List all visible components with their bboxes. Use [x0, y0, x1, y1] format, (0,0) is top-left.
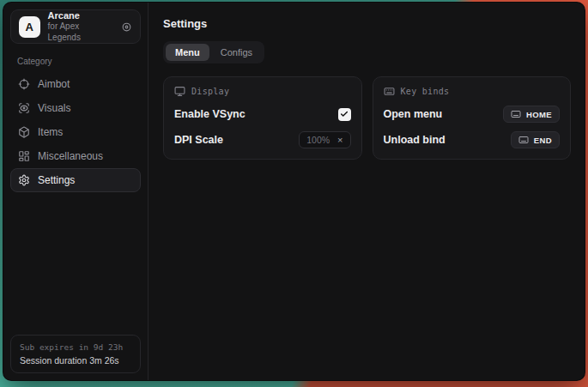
sidebar-item-settings[interactable]: Settings — [10, 168, 141, 192]
sub-expires-text: Sub expires in 9d 23h — [20, 342, 131, 352]
sidebar-item-label: Aimbot — [38, 78, 70, 90]
subscription-card: Sub expires in 9d 23h Session duration 3… — [10, 335, 141, 373]
dpi-scale-input[interactable]: 100% × — [299, 131, 350, 148]
sidebar-item-items[interactable]: Items — [10, 120, 141, 144]
keybinds-card-title: Key binds — [401, 87, 450, 96]
dashboard-icon — [18, 150, 30, 162]
unload-bind-button[interactable]: END — [511, 131, 560, 148]
desktop-background: A Arcane for Apex Legends Category — [0, 0, 588, 387]
sidebar-item-label: Miscellaneous — [38, 150, 103, 162]
tab-menu[interactable]: Menu — [166, 44, 209, 61]
unload-bind-label: Unload bind — [384, 134, 446, 146]
open-menu-row: Open menu HOME — [384, 106, 561, 123]
keyboard-icon — [384, 86, 395, 97]
page-title: Settings — [163, 17, 571, 30]
sidebar-item-label: Settings — [38, 174, 75, 186]
vsync-row: Enable VSync — [174, 106, 351, 123]
tab-strip: Menu Configs — [163, 41, 264, 63]
target-icon[interactable] — [121, 21, 132, 33]
keybinds-card: Key binds Open menu HOME — [373, 76, 572, 160]
vsync-label: Enable VSync — [174, 108, 246, 120]
app-window: A Arcane for Apex Legends Category — [3, 3, 585, 380]
crosshair-icon — [18, 78, 30, 90]
app-logo: A — [19, 16, 40, 38]
dpi-label: DPI Scale — [174, 134, 223, 146]
keyboard-icon — [518, 135, 529, 145]
keyboard-icon — [511, 109, 521, 119]
tab-configs[interactable]: Configs — [211, 44, 262, 61]
sidebar-nav: Aimbot Visuals — [10, 72, 141, 192]
monitor-icon — [174, 86, 185, 97]
unload-bind-row: Unload bind END — [384, 131, 561, 148]
display-card-header: Display — [174, 86, 351, 97]
display-card-title: Display — [191, 87, 229, 96]
app-subtitle: for Apex Legends — [48, 21, 113, 43]
keybinds-card-header: Key binds — [384, 86, 561, 97]
dpi-value: 100% — [306, 135, 330, 145]
sidebar-item-label: Items — [38, 126, 63, 138]
main-content: Settings Menu Configs Display — [149, 3, 585, 380]
vsync-checkbox[interactable] — [338, 108, 351, 121]
open-menu-label: Open menu — [384, 108, 443, 120]
sidebar-item-visuals[interactable]: Visuals — [10, 96, 141, 120]
app-title-block: Arcane for Apex Legends — [48, 10, 113, 44]
settings-cards: Display Enable VSync DPI Scale 100% — [163, 76, 571, 160]
package-icon — [18, 126, 30, 138]
open-menu-bind-button[interactable]: HOME — [503, 106, 560, 123]
session-duration-text: Session duration 3m 26s — [20, 355, 131, 366]
gear-icon — [18, 174, 30, 186]
clear-icon[interactable]: × — [337, 136, 342, 145]
bind-key-label: HOME — [526, 110, 552, 119]
sidebar-item-label: Visuals — [38, 102, 70, 114]
check-icon — [340, 110, 349, 118]
category-label: Category — [17, 57, 134, 66]
display-card: Display Enable VSync DPI Scale 100% — [163, 76, 362, 160]
sidebar-item-aimbot[interactable]: Aimbot — [10, 72, 141, 96]
scan-eye-icon — [18, 102, 30, 114]
bind-key-label: END — [534, 136, 552, 145]
sidebar: A Arcane for Apex Legends Category — [3, 3, 149, 380]
app-header-card: A Arcane for Apex Legends — [10, 9, 141, 44]
app-name: Arcane — [48, 10, 113, 22]
dpi-row: DPI Scale 100% × — [174, 131, 351, 148]
sidebar-item-miscellaneous[interactable]: Miscellaneous — [10, 144, 141, 168]
